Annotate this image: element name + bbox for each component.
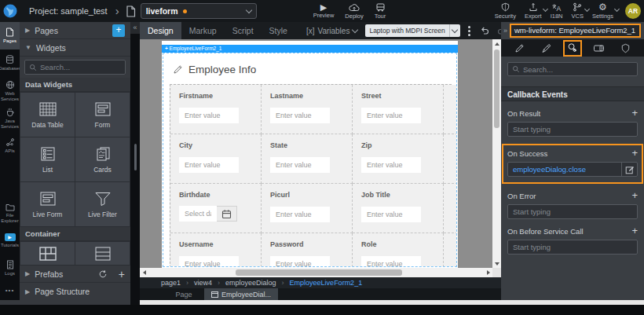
rail-overflow-button[interactable]: ••• xyxy=(5,282,14,300)
form-field-firstname[interactable]: Firstname xyxy=(170,85,262,134)
design-canvas[interactable]: + EmployeeLiveForm2_1 Employee Info Fi xyxy=(140,39,501,277)
on-success-value[interactable]: employeeDialog.close xyxy=(508,163,621,176)
properties-tab-pencil-icon[interactable] xyxy=(509,39,529,57)
add-page-button[interactable]: + xyxy=(112,24,125,37)
on-before-service-call-input[interactable] xyxy=(507,240,638,255)
scroll-down-arrow[interactable] xyxy=(492,259,501,268)
export-button[interactable]: Export xyxy=(525,2,542,20)
widget-tile-data-table[interactable]: Data Table xyxy=(20,93,75,137)
rail-item-java-services[interactable]: Java Services xyxy=(0,104,20,132)
device-selector-dropdown[interactable]: Laptop with MDPI Screen xyxy=(365,24,459,37)
breadcrumb-employeedialog[interactable]: employeeDialog xyxy=(225,279,276,287)
tab-design[interactable]: Design xyxy=(140,22,181,39)
user-avatar[interactable]: AR xyxy=(625,3,641,19)
add-event-icon[interactable]: + xyxy=(631,226,638,236)
scroll-up-arrow[interactable] xyxy=(492,39,501,48)
vcs-button[interactable]: VCS xyxy=(571,2,583,20)
field-input[interactable] xyxy=(361,256,421,267)
on-result-input[interactable] xyxy=(507,122,638,137)
styles-tab-brush-icon[interactable] xyxy=(536,39,557,57)
breadcrumb-employeeliveform[interactable]: EmployeeLiveForm2_1 xyxy=(290,279,363,287)
field-input[interactable] xyxy=(270,207,330,222)
rail-item-file-explorer[interactable]: File Explorer xyxy=(0,200,20,227)
field-input[interactable] xyxy=(361,108,421,123)
security-tab-shield-icon[interactable] xyxy=(616,39,636,57)
field-input[interactable] xyxy=(361,157,421,173)
field-input[interactable] xyxy=(179,206,217,222)
tab-script[interactable]: Script xyxy=(225,22,262,39)
add-event-icon[interactable]: + xyxy=(631,191,638,200)
scroll-left-arrow[interactable] xyxy=(140,268,148,277)
rail-item-logs[interactable]: Logs xyxy=(0,255,20,282)
add-event-icon[interactable]: + xyxy=(631,108,638,118)
widget-tile-list[interactable]: List xyxy=(20,137,75,181)
field-input[interactable] xyxy=(270,108,330,123)
collapse-right-panel-button[interactable]: » xyxy=(501,27,510,35)
widget-tile-cards[interactable]: Cards xyxy=(75,137,130,181)
form-field-lastname[interactable]: Lastname xyxy=(262,85,353,134)
widget-tile-panel[interactable] xyxy=(75,242,130,265)
widget-tile-grid-layout[interactable] xyxy=(20,242,75,265)
form-field-birthdate[interactable]: Birthdate xyxy=(170,184,262,233)
tab-employee-dialog[interactable]: EmployeeDial... xyxy=(204,288,278,300)
collapse-left-panel-button[interactable]: « xyxy=(130,22,140,34)
rail-item-tutorials[interactable]: ▶ Tutorials xyxy=(0,227,20,255)
preview-button[interactable]: ▶ Preview xyxy=(313,3,335,20)
field-input[interactable] xyxy=(270,256,330,267)
scroll-right-arrow[interactable] xyxy=(484,268,492,277)
settings-button[interactable]: ⚙ Settings xyxy=(592,2,613,20)
deploy-button[interactable]: Deploy xyxy=(345,3,363,20)
page-structure-section-header[interactable]: ▶ Page Structure xyxy=(20,283,130,300)
form-field-username[interactable]: Username xyxy=(170,233,262,267)
pages-section-header[interactable]: ▶ Pages + xyxy=(20,22,130,39)
more-options-kebab-icon[interactable] xyxy=(468,26,470,36)
refresh-icon[interactable] xyxy=(98,269,108,279)
undo-icon[interactable] xyxy=(480,26,490,35)
horizontal-scroll-thumb[interactable] xyxy=(236,269,402,276)
security-button[interactable]: Security xyxy=(495,2,516,20)
form-field-jobtitle[interactable]: Job Title xyxy=(353,184,444,233)
field-input[interactable] xyxy=(270,157,330,173)
properties-search-box[interactable] xyxy=(507,62,638,76)
widget-tile-live-form[interactable]: Live Form xyxy=(20,182,75,226)
form-field-city[interactable]: City xyxy=(170,134,262,184)
widget-search-box[interactable] xyxy=(24,60,126,75)
add-prefab-button[interactable]: + xyxy=(119,268,125,280)
prefabs-section-header[interactable]: ▶ Prefabs + xyxy=(20,266,130,283)
rail-item-apis[interactable]: APIs xyxy=(0,132,20,159)
canvas-vertical-scrollbar[interactable] xyxy=(492,39,501,268)
form-field-role[interactable]: Role xyxy=(353,233,444,267)
field-input[interactable] xyxy=(179,256,239,267)
widgets-section-header[interactable]: ▼ Widgets xyxy=(20,39,130,57)
form-field-picurl[interactable]: Picurl xyxy=(262,184,353,233)
field-input[interactable] xyxy=(361,207,421,222)
panel-resize-handle[interactable] xyxy=(134,144,137,170)
canvas-horizontal-scrollbar[interactable] xyxy=(140,268,492,277)
variables-button[interactable]: [x] Variables xyxy=(306,27,358,35)
form-field-street[interactable]: Street xyxy=(353,85,444,134)
breadcrumb-view4[interactable]: view4 xyxy=(194,279,212,287)
vertical-scroll-thumb[interactable] xyxy=(494,49,499,128)
form-field-state[interactable]: State xyxy=(262,134,353,184)
selected-widget-bar[interactable]: + EmployeeLiveForm2_1 xyxy=(162,45,458,53)
edit-event-button[interactable] xyxy=(621,163,637,176)
on-error-input[interactable] xyxy=(507,204,638,219)
rail-item-pages[interactable]: Pages xyxy=(0,22,20,49)
events-tab-search-gear-icon[interactable] xyxy=(563,40,582,57)
i18n-button[interactable]: A I18N xyxy=(551,2,563,20)
widget-tile-live-filter[interactable]: Live Filter xyxy=(75,182,130,226)
device-tab-icon[interactable] xyxy=(588,39,609,57)
field-input[interactable] xyxy=(179,157,239,173)
tab-page[interactable]: Page xyxy=(163,288,204,300)
tab-style[interactable]: Style xyxy=(262,22,295,39)
properties-search-input[interactable] xyxy=(523,65,617,74)
tab-markup[interactable]: Markup xyxy=(181,22,225,39)
widget-search-input[interactable] xyxy=(40,63,119,71)
form-field-zip[interactable]: Zip xyxy=(353,134,444,184)
form-field-password[interactable]: Password xyxy=(262,233,353,267)
calendar-button[interactable] xyxy=(217,206,237,222)
add-event-icon[interactable]: + xyxy=(631,148,638,158)
widget-tile-form[interactable]: Form xyxy=(75,93,130,137)
tour-button[interactable]: Tour xyxy=(375,3,386,20)
field-input[interactable] xyxy=(179,108,239,123)
